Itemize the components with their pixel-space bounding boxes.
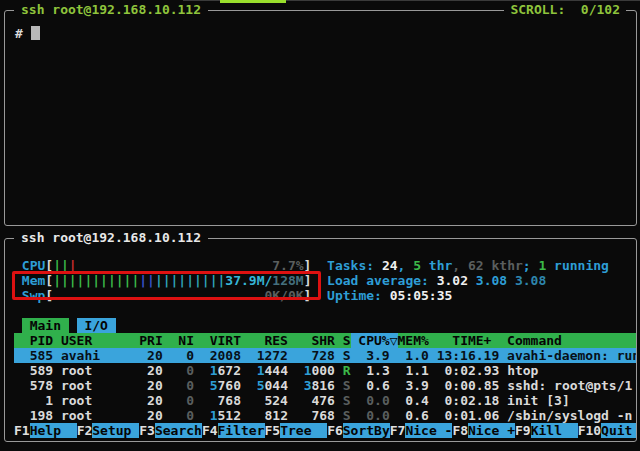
text-segment bbox=[194, 408, 210, 423]
f1-key[interactable]: F1 bbox=[14, 423, 30, 438]
process-row[interactable]: 198 root 20 0 1512 812 768 S 0.0 0.6 0:0… bbox=[14, 408, 636, 423]
text-segment bbox=[351, 393, 367, 408]
mem-meter-label: Mem bbox=[22, 273, 45, 288]
f7-key[interactable]: F7 bbox=[390, 423, 406, 438]
f10-quit-button[interactable]: Quit bbox=[601, 423, 636, 438]
spacer-line bbox=[14, 303, 636, 318]
text-segment: 0.6 0:01.06 /sbin/syslogd -n bbox=[390, 408, 633, 423]
mem-total-value: 128M bbox=[272, 273, 303, 288]
f4-filter-button[interactable]: Filter bbox=[218, 423, 265, 438]
f5-key[interactable]: F5 bbox=[265, 423, 281, 438]
text-segment: ; bbox=[523, 258, 539, 273]
text-segment: R bbox=[343, 363, 351, 378]
process-row[interactable]: 589 root 20 0 1672 1444 1000 R 1.3 1.1 0… bbox=[14, 363, 636, 378]
text-segment bbox=[194, 363, 210, 378]
process-row-selected[interactable]: 585 avahi 20 0 2008 1272 728 S 3.9 1.0 1… bbox=[14, 348, 636, 363]
text-segment: 760 bbox=[218, 378, 241, 393]
column-headers[interactable]: PID USER PRI NI VIRT RES SHR S bbox=[14, 333, 351, 348]
text-segment bbox=[241, 363, 257, 378]
text-segment: 444 bbox=[264, 363, 287, 378]
text-segment: S bbox=[343, 378, 351, 393]
f8-key[interactable]: F8 bbox=[452, 423, 468, 438]
tab-io[interactable]: I/O bbox=[77, 318, 116, 333]
top-pane-title: ssh root@192.168.10.112 bbox=[14, 2, 208, 17]
mem-bar-cache: ||||||||| bbox=[155, 273, 225, 288]
kernel-threads-count: 62 kthr bbox=[468, 258, 523, 273]
text-segment: 812 768 bbox=[241, 408, 335, 423]
text-segment bbox=[351, 408, 367, 423]
bottom-pane-title: ssh root@192.168.10.112 bbox=[14, 230, 208, 245]
text-segment bbox=[335, 393, 343, 408]
column-headers[interactable]: MEM% TIME+ Command bbox=[398, 333, 562, 348]
f2-key[interactable]: F2 bbox=[77, 423, 93, 438]
f3-key[interactable]: F3 bbox=[139, 423, 155, 438]
top-progress-artifact bbox=[220, 0, 286, 3]
text-segment bbox=[335, 378, 343, 393]
tab-bar: Main I/O bbox=[14, 318, 636, 333]
text-segment bbox=[53, 288, 264, 303]
text-segment: 000 bbox=[311, 363, 334, 378]
terminal-pane-bottom[interactable]: ssh root@192.168.10.112 CPU[||| 7.7%] Ta… bbox=[4, 238, 637, 442]
process-589-htop: 589 root 20 bbox=[14, 363, 178, 378]
text-segment bbox=[14, 288, 22, 303]
f3-search-button[interactable]: Search bbox=[155, 423, 202, 438]
mem-meter-line: Mem[||||||||||||||||||||||37.9M/128M] Lo… bbox=[14, 273, 636, 288]
f9-kill-button[interactable]: Kill bbox=[531, 423, 578, 438]
tasks-label: Tasks: bbox=[327, 258, 382, 273]
text-segment: 0 bbox=[178, 393, 194, 408]
process-row[interactable]: 1 root 20 0 768 524 476 S 0.0 0.4 0:02.1… bbox=[14, 393, 636, 408]
text-segment: S bbox=[343, 408, 351, 423]
htop-screen: CPU[||| 7.7%] Tasks: 24, 5 thr, 62 kthr;… bbox=[5, 239, 636, 438]
cpu-percent-value: 7.7% bbox=[272, 258, 303, 273]
text-segment bbox=[335, 363, 343, 378]
f1-help-button[interactable]: Help bbox=[30, 423, 77, 438]
cpu-bar-green: || bbox=[53, 258, 69, 273]
uptime-label: Uptime: bbox=[327, 288, 390, 303]
text-segment bbox=[14, 303, 22, 318]
f5-tree-button[interactable]: Tree bbox=[280, 423, 327, 438]
text-segment: 1 bbox=[210, 363, 218, 378]
text-segment: [ bbox=[45, 288, 53, 303]
text-segment: [ bbox=[45, 273, 53, 288]
text-segment: 768 524 476 bbox=[194, 393, 335, 408]
text-segment bbox=[288, 378, 304, 393]
load-avg-5min: 3.08 bbox=[476, 273, 515, 288]
load-avg-1min: 3.02 bbox=[437, 273, 476, 288]
sort-column-cpu[interactable]: CPU%▽ bbox=[351, 333, 398, 348]
tasks-count: 24 bbox=[382, 258, 398, 273]
text-segment: 044 bbox=[264, 378, 287, 393]
load-average-label: Load average: bbox=[327, 273, 437, 288]
tab-main[interactable]: Main bbox=[22, 318, 69, 333]
text-segment: 0 bbox=[178, 363, 194, 378]
process-row[interactable]: 578 root 20 0 5760 5044 3816 S 0.6 3.9 0… bbox=[14, 378, 636, 393]
text-segment bbox=[14, 258, 22, 273]
text-segment bbox=[311, 288, 327, 303]
text-segment bbox=[14, 318, 22, 333]
swap-meter-label: Swp bbox=[22, 288, 45, 303]
text-segment bbox=[77, 258, 273, 273]
uptime-value: 05:05:35 bbox=[390, 288, 453, 303]
text-segment bbox=[69, 318, 77, 333]
f2-setup-button[interactable]: Setup bbox=[92, 423, 139, 438]
f6-key[interactable]: F6 bbox=[327, 423, 343, 438]
text-segment: [ bbox=[45, 258, 53, 273]
text-segment bbox=[241, 378, 257, 393]
f8-nice-plus-button[interactable]: Nice + bbox=[468, 423, 515, 438]
text-segment bbox=[311, 258, 327, 273]
process-585-avahi: 585 avahi 20 0 2008 1272 728 S 3.9 1.0 1… bbox=[14, 348, 636, 363]
text-cursor bbox=[31, 26, 40, 40]
f4-key[interactable]: F4 bbox=[202, 423, 218, 438]
text-segment: 0.0 bbox=[366, 393, 389, 408]
terminal-pane-top[interactable]: ssh root@192.168.10.112 SCROLL: 0/102 # bbox=[4, 10, 637, 226]
text-segment bbox=[311, 273, 327, 288]
table-header-row: PID USER PRI NI VIRT RES SHR S CPU%▽MEM%… bbox=[14, 333, 636, 348]
f9-key[interactable]: F9 bbox=[515, 423, 531, 438]
process-1-init: 1 root 20 bbox=[14, 393, 178, 408]
f7-nice-minus-button[interactable]: Nice - bbox=[405, 423, 452, 438]
cpu-bar-red: | bbox=[69, 258, 77, 273]
text-segment: , bbox=[398, 258, 414, 273]
function-key-bar: F1Help F2Setup F3SearchF4FilterF5Tree F6… bbox=[14, 423, 636, 438]
f6-sortby-button[interactable]: SortBy bbox=[343, 423, 390, 438]
text-segment: running bbox=[546, 258, 609, 273]
f10-key[interactable]: F10 bbox=[578, 423, 601, 438]
